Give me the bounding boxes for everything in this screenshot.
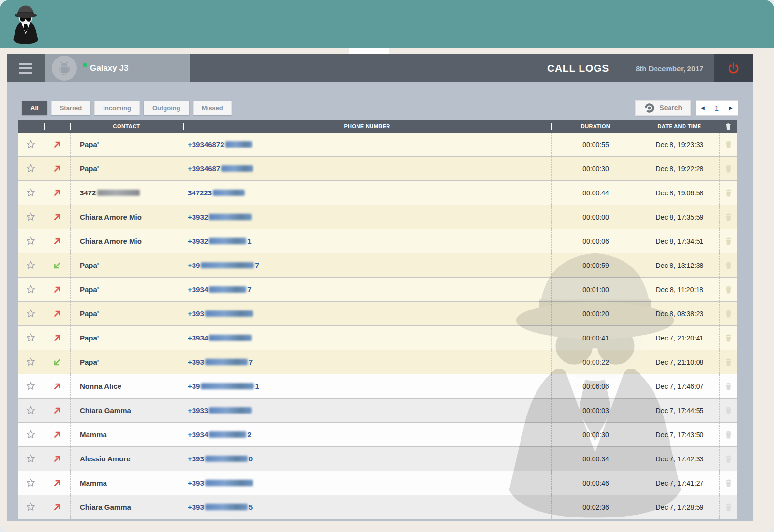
table-row: 3472 347223 00:00:44 Dec 8, 19:06:58: [18, 181, 737, 205]
contact-name: Alessio Amore: [80, 455, 130, 463]
filter-tab-incoming[interactable]: Incoming: [94, 101, 140, 115]
delete-row-icon[interactable]: [724, 261, 733, 270]
col-contact: CONTACT: [70, 120, 183, 133]
call-duration: 00:00:00: [582, 213, 609, 221]
phone-number-link[interactable]: +3934 7: [188, 285, 251, 294]
call-duration: 00:00:46: [582, 479, 609, 487]
search-button[interactable]: Search: [635, 100, 691, 116]
direction-icon: [52, 357, 62, 367]
phone-number-link[interactable]: +39 1: [188, 382, 259, 390]
star-icon[interactable]: [25, 477, 36, 488]
menu-button[interactable]: [7, 54, 45, 82]
phone-prefix: +3934: [188, 430, 208, 439]
star-icon[interactable]: [25, 308, 36, 319]
col-star: [18, 120, 44, 133]
contact-name: Mamma: [80, 479, 107, 487]
star-icon[interactable]: [25, 139, 36, 150]
delete-row-icon[interactable]: [724, 164, 733, 174]
delete-row-icon[interactable]: [724, 478, 733, 488]
filter-tab-starred[interactable]: Starred: [51, 101, 91, 115]
delete-row-icon[interactable]: [724, 406, 733, 415]
phone-number-link[interactable]: +3934: [188, 334, 253, 342]
android-robot-icon: [55, 59, 74, 77]
filter-tab-missed[interactable]: Missed: [193, 101, 232, 115]
star-icon[interactable]: [25, 453, 36, 464]
phone-suffix: 7: [249, 358, 253, 366]
contact-name: Papa': [80, 358, 99, 366]
table-row: Nonna Alice +39 1 00:06:06 Dec 7, 17:46:…: [18, 374, 737, 399]
phone-suffix: 2: [247, 430, 251, 439]
phone-number-link[interactable]: +393 0: [188, 455, 253, 463]
phone-smudge: [209, 431, 246, 438]
phone-number-link[interactable]: +39346872: [188, 140, 253, 148]
phone-number-link[interactable]: +3934 2: [188, 430, 251, 439]
star-icon[interactable]: [25, 260, 36, 271]
phone-number-link[interactable]: +3934687: [188, 164, 254, 173]
table-row: Papa' +3934 00:00:41 Dec 7, 21:20:41: [18, 326, 737, 350]
contact-smudge: [97, 190, 140, 196]
star-icon[interactable]: [25, 163, 36, 174]
table-row: Chiara Gamma +393 5 00:02:36 Dec 7, 17:2…: [18, 495, 737, 519]
phone-smudge: [205, 456, 248, 462]
device-info: Galaxy J3: [45, 54, 190, 82]
table-row: Alessio Amore +393 0 00:00:34 Dec 7, 17:…: [18, 447, 737, 471]
spy-logo-icon: [8, 3, 44, 46]
filter-tab-outgoing[interactable]: Outgoing: [144, 101, 189, 115]
delete-row-icon[interactable]: [724, 236, 733, 246]
delete-row-icon[interactable]: [724, 382, 733, 391]
phone-prefix: +3934: [188, 334, 208, 342]
star-icon[interactable]: [25, 502, 36, 513]
phone-prefix: +393: [188, 455, 204, 463]
delete-row-icon[interactable]: [724, 212, 733, 222]
delete-row-icon[interactable]: [724, 430, 733, 440]
delete-row-icon[interactable]: [724, 357, 733, 367]
delete-row-icon[interactable]: [724, 309, 733, 319]
star-icon[interactable]: [25, 429, 36, 440]
delete-row-icon[interactable]: [724, 140, 733, 149]
phone-number-link[interactable]: +39 7: [188, 261, 259, 269]
call-datetime: Dec 8, 19:22:28: [656, 165, 704, 173]
delete-row-icon[interactable]: [724, 285, 733, 295]
col-duration: DURATION: [551, 120, 640, 133]
star-icon[interactable]: [25, 284, 36, 295]
phone-suffix: 1: [247, 237, 251, 245]
next-page-button[interactable]: ▸: [724, 100, 738, 116]
logout-button[interactable]: [714, 54, 753, 82]
table-row: Papa' +3934687 00:00:30 Dec 8, 19:22:28: [18, 157, 737, 181]
call-duration: 00:00:41: [582, 334, 609, 342]
filter-tabs: AllStarredIncomingOutgoingMissed: [22, 101, 232, 115]
phone-prefix: +39: [188, 382, 200, 390]
delete-row-icon[interactable]: [724, 454, 733, 464]
direction-icon: [52, 212, 62, 222]
call-duration: 00:02:36: [582, 503, 609, 511]
star-icon[interactable]: [25, 236, 36, 247]
star-icon[interactable]: [25, 356, 36, 368]
phone-number-link[interactable]: +3932: [188, 213, 253, 221]
star-icon[interactable]: [25, 187, 36, 198]
delete-row-icon[interactable]: [724, 188, 733, 198]
direction-icon: [52, 309, 62, 319]
phone-number-link[interactable]: 347223: [188, 189, 246, 197]
prev-page-button[interactable]: ◂: [696, 100, 710, 116]
star-icon[interactable]: [25, 381, 36, 392]
star-icon[interactable]: [25, 405, 36, 416]
phone-number-link[interactable]: +393: [188, 479, 254, 487]
table-row: Chiara Gamma +3933 00:00:03 Dec 7, 17:44…: [18, 399, 737, 423]
star-icon[interactable]: [25, 211, 36, 222]
call-duration: 00:00:20: [582, 310, 609, 318]
filter-tab-all[interactable]: All: [22, 101, 47, 115]
contact-name: Chiara Gamma: [80, 406, 131, 414]
delete-row-icon[interactable]: [724, 502, 733, 512]
phone-number-link[interactable]: +393 5: [188, 503, 253, 511]
phone-number-link[interactable]: +3932 1: [188, 237, 251, 245]
phone-number-link[interactable]: +393 7: [188, 358, 253, 366]
phone-number-link[interactable]: +3933: [188, 406, 253, 414]
call-log-table: CONTACT PHONE NUMBER DURATION DATE AND T…: [18, 120, 737, 519]
star-icon[interactable]: [25, 332, 36, 343]
phone-prefix: +393: [188, 503, 204, 511]
page-frame: Galaxy J3 CALL LOGS 8th December, 2017 A…: [0, 48, 774, 532]
delete-row-icon[interactable]: [724, 333, 733, 343]
online-status-dot: [83, 63, 87, 67]
phone-prefix: +3932: [188, 213, 208, 221]
phone-number-link[interactable]: +393: [188, 310, 254, 318]
